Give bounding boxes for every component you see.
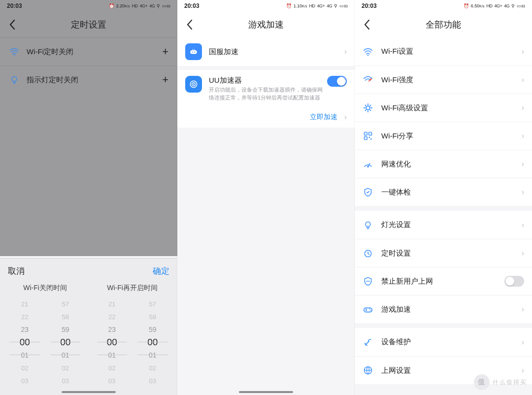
watermark-text: 什么值得买	[493, 378, 527, 387]
home-indicator[interactable]	[239, 391, 293, 393]
chevron-right-icon: ›	[519, 249, 524, 258]
row-led-timer[interactable]: 指示灯定时关闭 +	[0, 66, 177, 94]
svg-rect-11	[369, 132, 372, 135]
item-block-new[interactable]: 禁止新用户上网	[355, 267, 532, 295]
wifi-advanced-icon	[363, 102, 373, 113]
wifi-icon: ⚲	[511, 3, 515, 8]
svg-point-3	[192, 52, 193, 53]
item-label: 灯光设置	[381, 220, 519, 230]
back-button[interactable]	[5, 17, 20, 32]
item-wifi-share[interactable]: Wi-Fi分享›	[355, 122, 532, 150]
row-label: 指示灯定时关闭	[27, 75, 162, 85]
add-icon[interactable]: +	[162, 45, 168, 58]
chevron-right-icon: ›	[519, 338, 524, 347]
chevron-right-icon: ›	[519, 75, 524, 84]
status-indicators: ⏰ 6.50K/s HD 4G+ 4G ⚲ ▭83	[464, 3, 525, 8]
pane-timer-settings: 20:03 ⏰ 2.20K/s HD 4G+ 4G ⚲ ▭83 定时设置 Wi-…	[0, 0, 177, 395]
alarm-icon: ⏰	[286, 3, 292, 8]
svg-rect-14	[370, 138, 372, 140]
chevron-right-icon: ›	[341, 47, 347, 56]
row-cn-accel[interactable]: 国服加速 ›	[177, 37, 355, 66]
picker-col-title: Wi-Fi再开启时间	[95, 284, 169, 293]
cancel-button[interactable]: 取消	[8, 265, 25, 277]
chevron-right-icon: ›	[519, 305, 524, 314]
svg-point-16	[366, 222, 370, 227]
status-bar: 20:03 ⏰ 1.10K/s HD 4G+ 4G ⚲ ▭83	[177, 0, 355, 12]
row-subtitle: 开启功能后，设备会下载加速器插件，请确保网络连接正常，并等待1分钟后再尝试配置加…	[209, 86, 327, 102]
wifi-settings-icon	[363, 46, 373, 57]
item-wifi-advanced[interactable]: Wi-Fi高级设置›	[355, 94, 532, 122]
item-light[interactable]: 灯光设置›	[355, 211, 532, 239]
time-picker-sheet: 取消 确定 Wi-Fi关闭时间 21222300010203 575859000…	[0, 258, 177, 395]
hour-wheel[interactable]: 21222300010203	[95, 297, 129, 386]
chevron-right-icon: ›	[341, 113, 347, 122]
pane-game-accel: 20:03 ⏰ 1.10K/s HD 4G+ 4G ⚲ ▭83 游戏加速 国服加…	[177, 0, 355, 395]
svg-point-15	[367, 166, 369, 168]
add-icon[interactable]: +	[162, 73, 168, 86]
item-wifi-strength[interactable]: Wi-Fi强度›	[355, 66, 532, 94]
accel-now-link[interactable]: 立即加速 ›	[177, 108, 355, 128]
page-title: 游戏加速	[248, 19, 284, 31]
pane-all-functions: 20:03 ⏰ 6.50K/s HD 4G+ 4G ⚲ ▭83 全部功能 Wi-…	[355, 0, 532, 395]
picker-on-time: Wi-Fi再开启时间 21222300010203 57585900010203	[95, 284, 169, 386]
page-title: 定时设置	[71, 19, 106, 31]
item-game-boost[interactable]: 游戏加速›	[355, 295, 532, 323]
hour-wheel[interactable]: 21222300010203	[8, 297, 42, 386]
wifi-icon: ⚲	[334, 3, 337, 8]
block-new-icon	[363, 276, 373, 287]
item-timer[interactable]: 定时设置›	[355, 239, 532, 267]
item-label: 上网设置	[381, 366, 519, 375]
uu-icon	[185, 76, 202, 93]
row-wifi-timer[interactable]: Wi-Fi定时关闭 +	[0, 37, 177, 66]
minute-wheel[interactable]: 57585900010203	[49, 297, 83, 386]
item-maintain[interactable]: 设备维护›	[355, 328, 532, 356]
item-label: 禁止新用户上网	[381, 277, 504, 286]
chevron-right-icon: ›	[519, 221, 524, 230]
item-label: Wi-Fi强度	[381, 75, 519, 85]
item-label: 一键体检	[381, 188, 519, 197]
status-indicators: ⏰ 2.20K/s HD 4G+ 4G ⚲ ▭83	[109, 3, 170, 8]
item-health-check[interactable]: 一键体检›	[355, 178, 532, 206]
timer-icon	[363, 248, 373, 259]
svg-rect-2	[190, 50, 197, 54]
bulb-icon	[9, 74, 20, 85]
item-label: 设备维护	[381, 337, 519, 347]
wifi-share-icon	[363, 131, 373, 141]
svg-point-8	[367, 55, 369, 56]
block-new-toggle[interactable]	[504, 276, 524, 287]
item-wifi-settings[interactable]: Wi-Fi设置›	[355, 37, 532, 66]
back-button[interactable]	[182, 17, 197, 32]
svg-point-9	[366, 106, 369, 109]
home-indicator[interactable]	[62, 391, 116, 393]
nav-bar: 游戏加速	[177, 12, 355, 37]
confirm-button[interactable]: 确定	[153, 265, 169, 277]
wifi-strength-icon	[363, 74, 373, 85]
svg-rect-12	[365, 137, 367, 140]
watermark: 值 什么值得买	[474, 374, 527, 390]
item-label: 定时设置	[381, 249, 519, 258]
alarm-icon: ⏰	[464, 3, 469, 8]
svg-point-19	[369, 309, 370, 310]
battery-icon: ▭83	[517, 3, 525, 8]
light-icon	[363, 220, 373, 230]
back-button[interactable]	[360, 17, 374, 32]
item-net-optimize[interactable]: 网速优化›	[355, 150, 532, 178]
game-boost-icon	[363, 304, 373, 315]
wifi-icon: ⚲	[157, 3, 160, 8]
battery-icon: ▭83	[162, 3, 170, 8]
item-label: 游戏加速	[381, 305, 519, 314]
svg-point-0	[14, 55, 15, 56]
chevron-right-icon: ›	[519, 103, 524, 112]
minute-wheel[interactable]: 57585900010203	[136, 297, 170, 386]
row-label: UU加速器	[209, 76, 327, 85]
chevron-right-icon: ›	[519, 188, 524, 197]
item-label: Wi-Fi分享	[381, 132, 519, 141]
svg-point-7	[193, 84, 194, 85]
row-label: Wi-Fi定时关闭	[27, 47, 162, 57]
item-label: Wi-Fi高级设置	[381, 103, 519, 113]
uu-toggle[interactable]	[327, 76, 347, 87]
gamepad-icon	[185, 43, 202, 60]
nav-bar: 全部功能	[355, 12, 532, 37]
chevron-right-icon: ›	[519, 47, 524, 56]
maintain-icon	[363, 337, 373, 348]
